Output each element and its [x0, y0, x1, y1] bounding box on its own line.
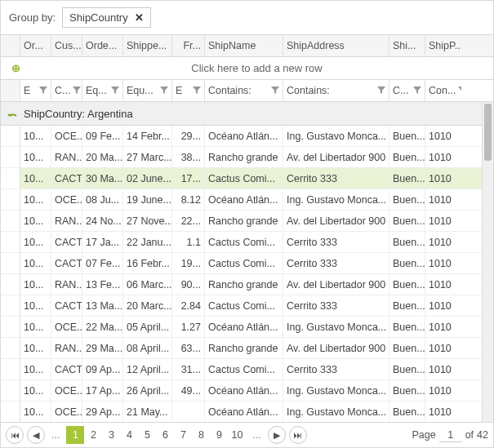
filter-cell-7[interactable]: C...	[389, 80, 425, 101]
cell[interactable]: 10...	[20, 168, 51, 189]
table-row[interactable]: 10...CACTU09 Ap...12 April...31...Cactus…	[1, 359, 493, 380]
cell[interactable]: 1010	[425, 338, 461, 358]
header-shippostalcode[interactable]: ShipP...	[425, 35, 461, 56]
cell[interactable]: Océano Atlán...	[205, 317, 283, 337]
cell[interactable]: Buen...	[389, 295, 425, 316]
table-row[interactable]: 10...RAN...20 Ma...27 Marc...38...Rancho…	[1, 147, 493, 168]
last-page-button[interactable]: ⏭	[289, 426, 307, 444]
header-orderdate[interactable]: Orde...	[82, 35, 123, 56]
cell[interactable]: Ing. Gustavo Monca...	[283, 126, 389, 146]
header-shippeddate[interactable]: Shippe...	[123, 35, 172, 56]
cell[interactable]: Buen...	[389, 380, 425, 401]
group-chip-shipcountry[interactable]: ShipCountry ✕	[62, 7, 151, 28]
cell[interactable]: Buen...	[389, 168, 425, 189]
filter-cell-3[interactable]: Equ...	[123, 80, 172, 101]
cell[interactable]	[172, 401, 205, 422]
cell[interactable]: CACTU	[51, 295, 82, 316]
cell[interactable]: Océano Atlán...	[205, 401, 283, 422]
page-link-7[interactable]: 7	[174, 426, 192, 444]
scrollbar-thumb[interactable]	[484, 104, 492, 161]
filter-cell-8[interactable]: Con...	[425, 80, 461, 101]
table-row[interactable]: 10...RAN...24 No...27 Nove...22...Rancho…	[1, 211, 493, 232]
cell[interactable]: 1.27	[172, 317, 205, 337]
add-new-row[interactable]: ⊕ Click here to add a new row	[1, 57, 493, 80]
filter-cell-6[interactable]: Contains:	[283, 80, 389, 101]
cell[interactable]: 10...	[20, 359, 51, 379]
cell[interactable]: 10...	[20, 253, 51, 273]
page-link-1[interactable]: 1	[66, 426, 84, 444]
cell[interactable]: Buen...	[389, 211, 425, 231]
cell[interactable]: 10...	[20, 274, 51, 295]
cell[interactable]: 10...	[20, 211, 51, 231]
cell[interactable]: CACTU	[51, 168, 82, 189]
filter-cell-2[interactable]: Eq...	[82, 80, 123, 101]
cell[interactable]: Ing. Gustavo Monca...	[283, 401, 389, 422]
cell[interactable]: 63...	[172, 338, 205, 358]
cell[interactable]: 2.84	[172, 295, 205, 316]
cell[interactable]: 27 Marc...	[123, 147, 172, 167]
cell[interactable]: 1010	[425, 126, 461, 146]
cell[interactable]: Av. del Libertador 900	[283, 147, 389, 167]
cell[interactable]: 1010	[425, 401, 461, 422]
filter-cell-4[interactable]: E	[172, 80, 205, 101]
cell[interactable]: 20 Ma...	[82, 147, 123, 167]
cell[interactable]: 08 Ju...	[82, 189, 123, 210]
cell[interactable]: Ing. Gustavo Monca...	[283, 317, 389, 337]
cell[interactable]: 22 Janu...	[123, 232, 172, 252]
page-link-5[interactable]: 5	[138, 426, 156, 444]
cell[interactable]: 10...	[20, 126, 51, 146]
cell[interactable]: 1010	[425, 295, 461, 316]
cell[interactable]: 1010	[425, 232, 461, 252]
cell[interactable]: 13 Fe...	[82, 274, 123, 295]
table-row[interactable]: 10...CACTU07 Fe...16 Febr...19...Cactus …	[1, 253, 493, 274]
filter-cell-0[interactable]: E	[20, 80, 51, 101]
cell[interactable]: 1010	[425, 189, 461, 210]
page-link-4[interactable]: 4	[120, 426, 138, 444]
cell[interactable]: 10...	[20, 295, 51, 316]
cell[interactable]: 10...	[20, 338, 51, 358]
cell[interactable]: Ing. Gustavo Monca...	[283, 380, 389, 401]
cell[interactable]: CACTU	[51, 253, 82, 273]
table-row[interactable]: 10...CACTU17 Ja...22 Janu...1.1Cactus Co…	[1, 232, 493, 253]
cell[interactable]: Cactus Comi...	[205, 295, 283, 316]
cell[interactable]: CACTU	[51, 359, 82, 379]
cell[interactable]: 19 June...	[123, 189, 172, 210]
cell[interactable]: 17...	[172, 168, 205, 189]
prev-page-button[interactable]: ◀	[27, 426, 45, 444]
cell[interactable]: 1010	[425, 168, 461, 189]
cell[interactable]: 17 Ja...	[82, 232, 123, 252]
cell[interactable]: 10...	[20, 189, 51, 210]
cell[interactable]: 29...	[172, 126, 205, 146]
cell[interactable]: OCE...	[51, 401, 82, 422]
cell[interactable]: 07 Fe...	[82, 253, 123, 273]
page-link-8[interactable]: 8	[192, 426, 210, 444]
header-orderid[interactable]: Or...	[20, 35, 51, 56]
cell[interactable]: Ing. Gustavo Monca...	[283, 189, 389, 210]
cell[interactable]: Cactus Comi...	[205, 232, 283, 252]
cell[interactable]: OCE...	[51, 380, 82, 401]
cell[interactable]: Av. del Libertador 900	[283, 211, 389, 231]
table-row[interactable]: 10...OCE...09 Fe...14 Febr...29...Océano…	[1, 126, 493, 147]
cell[interactable]: Océano Atlán...	[205, 380, 283, 401]
cell[interactable]: Buen...	[389, 189, 425, 210]
cell[interactable]: 10...	[20, 232, 51, 252]
cell[interactable]: 1010	[425, 253, 461, 273]
cell[interactable]: 27 Nove...	[123, 211, 172, 231]
table-row[interactable]: 10...OCE...29 Ap...21 May...Océano Atlán…	[1, 401, 493, 422]
first-page-button[interactable]: ⏮	[6, 426, 24, 444]
cell[interactable]: 31...	[172, 359, 205, 379]
cell[interactable]: Cerrito 333	[283, 232, 389, 252]
cell[interactable]: Av. del Libertador 900	[283, 274, 389, 295]
cell[interactable]: 30 Ma...	[82, 168, 123, 189]
header-freight[interactable]: Fr...	[172, 35, 205, 56]
cell[interactable]: Cactus Comi...	[205, 253, 283, 273]
cell[interactable]: Cerrito 333	[283, 359, 389, 379]
header-customerid[interactable]: Cus...	[51, 35, 82, 56]
cell[interactable]: Buen...	[389, 359, 425, 379]
cell[interactable]: CACTU	[51, 232, 82, 252]
cell[interactable]: 08 April...	[123, 338, 172, 358]
vertical-scrollbar[interactable]	[482, 102, 493, 422]
cell[interactable]: Buen...	[389, 232, 425, 252]
cell[interactable]: Buen...	[389, 317, 425, 337]
table-row[interactable]: 10...RAN...13 Fe...06 Marc...90...Rancho…	[1, 274, 493, 295]
